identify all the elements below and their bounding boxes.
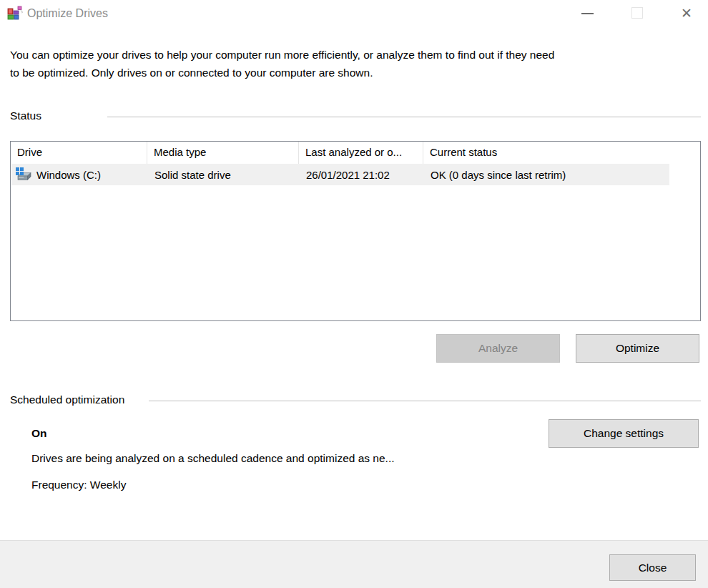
optimize-drives-app-icon: [7, 6, 23, 21]
optimize-button[interactable]: Optimize: [576, 334, 699, 363]
dialog-description: You can optimize your drives to help you…: [10, 46, 675, 82]
scheduled-separator-line: [149, 401, 701, 401]
column-header-media-type[interactable]: Media type: [147, 142, 299, 164]
drives-table-header: Drive Media type Last analyzed or o... C…: [11, 142, 700, 164]
cell-drive-label: Windows (C:): [36, 169, 101, 181]
analyze-button[interactable]: Analyze: [436, 334, 560, 363]
close-icon: ✕: [681, 6, 692, 20]
description-line-2: to be optimized. Only drives on or conne…: [10, 64, 675, 82]
scheduled-state: On: [31, 427, 47, 440]
maximize-icon: [631, 7, 643, 19]
close-window-button[interactable]: ✕: [670, 0, 703, 26]
column-header-current-status[interactable]: Current status: [423, 142, 669, 164]
status-section-label: Status: [10, 109, 41, 122]
minimize-icon: [581, 13, 594, 14]
scheduled-frequency: Frequency: Weekly: [31, 479, 126, 491]
scheduled-section-label: Scheduled optimization: [10, 393, 124, 406]
table-row-windows-c[interactable]: Windows (C:) Solid state drive 26/01/202…: [11, 164, 669, 185]
minimize-button[interactable]: [571, 0, 604, 26]
column-header-last-analyzed[interactable]: Last analyzed or o...: [299, 142, 423, 164]
windows-drive-icon: [15, 167, 32, 182]
scheduled-description: Drives are being analyzed on a scheduled…: [31, 452, 395, 465]
maximize-button[interactable]: [621, 0, 654, 26]
cell-drive: Windows (C:): [11, 167, 148, 182]
title-bar: Optimize Drives ✕: [0, 0, 708, 27]
cell-last-analyzed: 26/01/2021 21:02: [300, 169, 424, 181]
column-header-drive[interactable]: Drive: [11, 142, 147, 164]
cell-media-type: Solid state drive: [148, 169, 300, 181]
dialog-footer: [0, 540, 708, 588]
cell-current-status: OK (0 days since last retrim): [424, 169, 669, 181]
change-settings-button[interactable]: Change settings: [549, 419, 699, 448]
window-title: Optimize Drives: [27, 7, 108, 20]
drives-table: Drive Media type Last analyzed or o... C…: [10, 141, 701, 321]
close-button[interactable]: Close: [609, 554, 696, 581]
description-line-1: You can optimize your drives to help you…: [10, 46, 675, 64]
status-separator-line: [107, 117, 701, 117]
